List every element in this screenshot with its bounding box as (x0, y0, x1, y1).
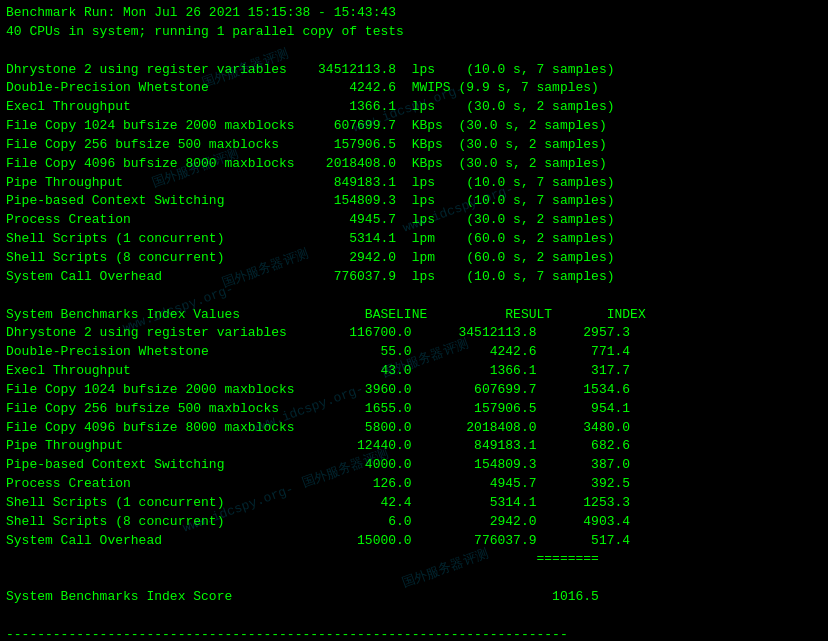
table-row: Shell Scripts (1 concurrent) 42.4 5314.1… (6, 494, 822, 513)
table-row: Dhrystone 2 using register variables 116… (6, 324, 822, 343)
benchmark-header-1: Benchmark Run: Mon Jul 26 2021 15:15:38 … (6, 4, 822, 23)
result-row: File Copy 1024 bufsize 2000 maxblocks 60… (6, 117, 822, 136)
score-line: System Benchmarks Index Score 1016.5 (6, 588, 822, 607)
table-header: System Benchmarks Index Values BASELINE … (6, 306, 822, 325)
results-section: Dhrystone 2 using register variables 345… (6, 61, 822, 287)
table-row: Execl Throughput 43.0 1366.1 317.7 (6, 362, 822, 381)
result-row: Double-Precision Whetstone 4242.6 MWIPS … (6, 79, 822, 98)
terminal-output: Benchmark Run: Mon Jul 26 2021 15:15:38 … (0, 0, 828, 641)
result-row: System Call Overhead 776037.9 lps (10.0 … (6, 268, 822, 287)
result-row: File Copy 256 bufsize 500 maxblocks 1579… (6, 136, 822, 155)
blank-line-4 (6, 607, 822, 626)
table-row: Process Creation 126.0 4945.7 392.5 (6, 475, 822, 494)
table-row: Double-Precision Whetstone 55.0 4242.6 7… (6, 343, 822, 362)
result-row: Pipe Throughput 849183.1 lps (10.0 s, 7 … (6, 174, 822, 193)
benchmark-header-2: 40 CPUs in system; running 1 parallel co… (6, 23, 822, 42)
result-row: Process Creation 4945.7 lps (30.0 s, 2 s… (6, 211, 822, 230)
table-row: Pipe-based Context Switching 4000.0 1548… (6, 456, 822, 475)
blank-line-1 (6, 42, 822, 61)
result-row: File Copy 4096 bufsize 8000 maxblocks 20… (6, 155, 822, 174)
result-row: Pipe-based Context Switching 154809.3 lp… (6, 192, 822, 211)
result-row: Shell Scripts (1 concurrent) 5314.1 lpm … (6, 230, 822, 249)
table-row: File Copy 256 bufsize 500 maxblocks 1655… (6, 400, 822, 419)
equals-line: ======== (6, 550, 822, 569)
table-row: File Copy 4096 bufsize 8000 maxblocks 58… (6, 419, 822, 438)
blank-line-2 (6, 287, 822, 306)
table-row: Pipe Throughput 12440.0 849183.1 682.6 (6, 437, 822, 456)
table-section: System Benchmarks Index Values BASELINE … (6, 306, 822, 570)
result-row: Shell Scripts (8 concurrent) 2942.0 lpm … (6, 249, 822, 268)
blank-line-3 (6, 569, 822, 588)
separator-line: ----------------------------------------… (6, 626, 822, 641)
table-row: File Copy 1024 bufsize 2000 maxblocks 39… (6, 381, 822, 400)
table-row: System Call Overhead 15000.0 776037.9 51… (6, 532, 822, 551)
result-row: Dhrystone 2 using register variables 345… (6, 61, 822, 80)
table-row: Shell Scripts (8 concurrent) 6.0 2942.0 … (6, 513, 822, 532)
result-row: Execl Throughput 1366.1 lps (30.0 s, 2 s… (6, 98, 822, 117)
